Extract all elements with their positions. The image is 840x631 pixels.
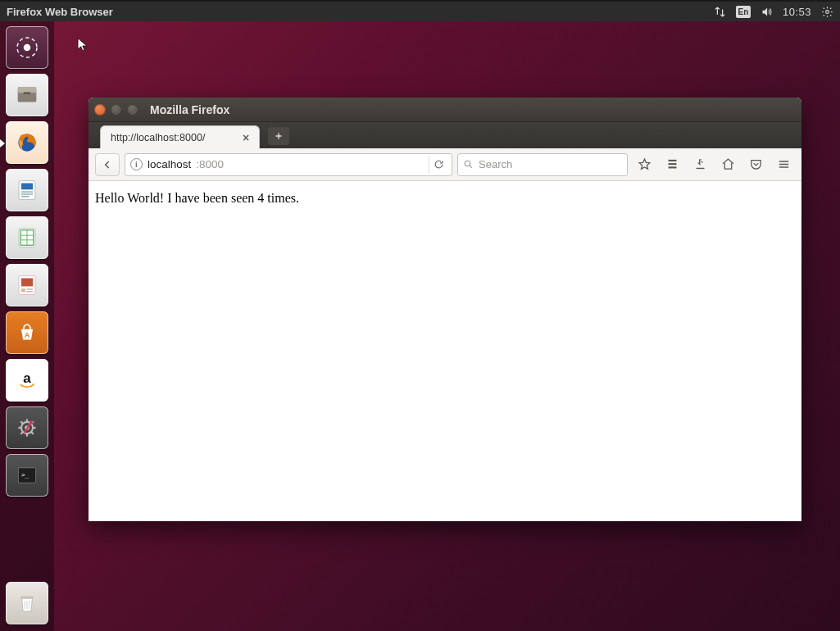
svg-rect-18 (21, 279, 33, 287)
launcher-writer[interactable] (6, 169, 48, 211)
window-close-button[interactable] (94, 104, 106, 116)
svg-point-43 (465, 161, 470, 166)
svg-point-0 (826, 10, 829, 13)
svg-text:a: a (23, 370, 31, 386)
launcher-dash[interactable] (6, 26, 48, 69)
window-maximize-button[interactable] (127, 104, 138, 116)
back-button[interactable] (95, 153, 120, 176)
svg-text:>_: >_ (21, 471, 30, 479)
launcher-trash[interactable] (6, 582, 48, 624)
search-icon (463, 159, 474, 170)
launcher-settings[interactable] (6, 406, 48, 449)
launcher-dock: A a >_ (0, 21, 54, 631)
tab-close-icon[interactable]: × (239, 131, 252, 144)
pocket-icon[interactable] (744, 153, 767, 176)
launcher-files[interactable] (6, 74, 48, 116)
launcher-firefox[interactable] (6, 121, 48, 164)
svg-rect-10 (21, 193, 33, 194)
keyboard-layout-indicator[interactable]: En (736, 6, 751, 18)
url-host: localhost (148, 158, 191, 170)
launcher-calc[interactable] (6, 216, 48, 259)
bookmarks-list-icon[interactable] (661, 153, 683, 176)
svg-rect-47 (668, 166, 676, 168)
volume-icon[interactable] (761, 6, 773, 18)
clock[interactable]: 10:53 (783, 6, 811, 18)
svg-rect-4 (18, 87, 37, 93)
svg-rect-45 (668, 160, 676, 161)
browser-tab-active[interactable]: http://localhost:8000/ × (100, 125, 260, 148)
window-minimize-button[interactable] (111, 104, 122, 116)
home-icon[interactable] (716, 153, 739, 176)
window-title: Mozilla Firefox (150, 103, 229, 116)
svg-rect-21 (26, 291, 33, 292)
launcher-impress[interactable] (6, 264, 48, 306)
downloads-icon[interactable] (688, 153, 711, 176)
nav-toolbar: i localhost:8000 Search (89, 148, 801, 181)
search-placeholder: Search (479, 158, 512, 170)
svg-line-30 (20, 421, 23, 424)
svg-line-44 (470, 166, 472, 168)
svg-rect-5 (24, 92, 31, 93)
hamburger-menu-icon[interactable] (772, 153, 795, 176)
svg-point-2 (24, 44, 31, 52)
session-gear-icon[interactable] (821, 6, 833, 18)
menu-bar: Firefox Web Browser En 10:53 (0, 0, 840, 21)
svg-rect-46 (668, 163, 676, 165)
tab-label: http://localhost:8000/ (111, 132, 236, 143)
svg-rect-9 (21, 191, 33, 192)
page-content: Hello World! I have been seen 4 times. (89, 181, 801, 521)
svg-line-31 (31, 432, 34, 434)
firefox-window: Mozilla Firefox http://localhost:8000/ ×… (89, 98, 801, 521)
svg-point-34 (30, 421, 33, 424)
system-tray: En 10:53 (714, 6, 833, 18)
svg-text:A: A (25, 331, 30, 339)
network-icon[interactable] (714, 6, 726, 18)
url-port: :8000 (196, 158, 224, 170)
launcher-amazon[interactable]: a (6, 359, 48, 402)
new-tab-button[interactable] (268, 127, 289, 145)
active-app-title: Firefox Web Browser (7, 6, 714, 18)
bookmark-star-icon[interactable] (633, 153, 656, 176)
launcher-software[interactable]: A (6, 311, 48, 354)
svg-rect-19 (21, 288, 25, 292)
svg-rect-11 (21, 196, 30, 197)
site-identity-icon[interactable]: i (130, 158, 143, 170)
page-body-text: Hello World! I have been seen 4 times. (95, 191, 299, 205)
svg-rect-20 (26, 288, 33, 289)
launcher-terminal[interactable]: >_ (6, 454, 48, 497)
mouse-cursor (77, 38, 89, 57)
svg-rect-48 (696, 168, 704, 169)
url-bar[interactable]: i localhost:8000 (125, 153, 452, 176)
svg-rect-8 (21, 184, 33, 190)
search-bar[interactable]: Search (457, 153, 628, 176)
reload-button[interactable] (429, 156, 448, 174)
svg-line-32 (20, 432, 23, 434)
svg-rect-37 (20, 597, 34, 599)
tab-strip: http://localhost:8000/ × (89, 122, 801, 148)
window-titlebar[interactable]: Mozilla Firefox (89, 98, 801, 122)
